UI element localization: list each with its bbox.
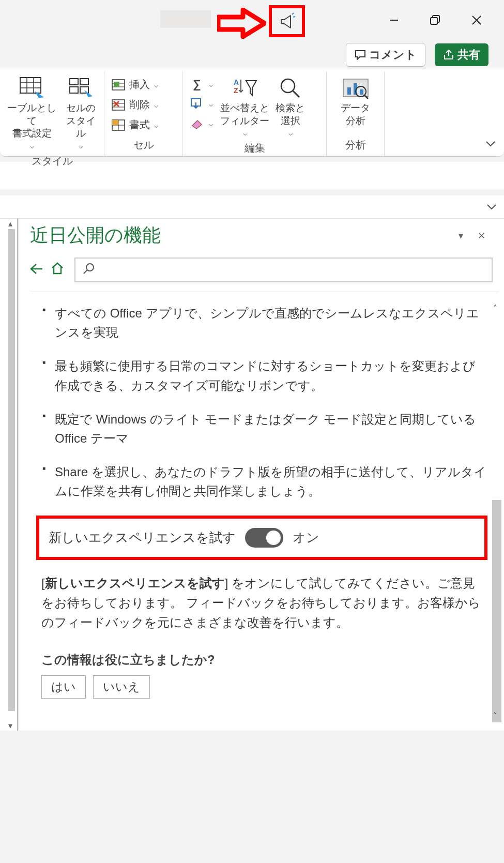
group-label-analysis: 分析: [331, 135, 380, 156]
comments-label: コメント: [369, 47, 417, 63]
insert-cells-icon: [111, 79, 126, 91]
share-icon: [443, 50, 454, 60]
svg-line-33: [293, 91, 299, 97]
chevron-down-icon: [485, 140, 496, 147]
ribbon-group-editing: ∑ ⌵ ⌵: [183, 71, 327, 156]
format-table-label: ーブルとして 書式設定: [6, 102, 57, 140]
pane-toolbar: [19, 252, 504, 292]
instruction-paragraph: [新しいエクスペリエンスを試す] をオンにして試してみてください。ご意見をお待ち…: [41, 573, 487, 633]
window-controls: [386, 12, 484, 28]
format-button[interactable]: 書式 ⌵: [109, 115, 161, 135]
try-new-experience-row: 新しいエクスペリエンスを試す オン: [36, 516, 487, 560]
svg-line-0: [292, 13, 294, 14]
scroll-up-icon[interactable]: ▴: [8, 219, 12, 229]
format-as-table-button[interactable]: ーブルとして 書式設定 ⌵: [4, 74, 59, 151]
svg-rect-19: [114, 82, 119, 87]
delete-button[interactable]: 削除 ⌵: [109, 95, 161, 115]
list-item: Share を選択し、あなたのドラフト版を所望の相手に送付して、リアルタイムに作…: [55, 462, 487, 501]
try-experience-toggle[interactable]: [245, 528, 283, 548]
title-placeholder: [160, 10, 211, 28]
svg-text:A: A: [234, 78, 239, 86]
chevron-down-icon: ⌵: [153, 121, 159, 129]
svg-line-41: [84, 270, 87, 274]
insert-label: 挿入: [129, 78, 150, 92]
maximize-button[interactable]: [427, 12, 443, 28]
svg-point-40: [86, 264, 94, 271]
feedback-buttons: はい いいえ: [41, 675, 487, 699]
pane-scrollbar[interactable]: ˄ ˅: [491, 304, 502, 721]
home-button[interactable]: [51, 262, 64, 279]
feedback-yes-button[interactable]: はい: [41, 675, 86, 699]
toggle-label: 新しいエクスペリエンスを試す: [49, 529, 236, 546]
pane-options-button[interactable]: ▾: [451, 226, 470, 246]
find-select-button[interactable]: 検索と 選択 ⌵: [273, 74, 307, 138]
comment-icon: [355, 50, 366, 60]
find-select-label: 検索と 選択: [276, 102, 305, 127]
svg-line-1: [293, 17, 295, 17]
formula-bar-area: [0, 195, 504, 219]
scroll-thumb[interactable]: [492, 500, 501, 722]
cell-styles-button[interactable]: セルの スタイル ⌵: [62, 74, 100, 151]
megaphone-icon: [278, 12, 296, 30]
svg-text:Z: Z: [234, 86, 238, 95]
data-analysis-button[interactable]: データ 分析: [339, 74, 372, 128]
list-item: 最も頻繁に使用する日常のコマンドに対するショートカットを変更および作成できる、カ…: [55, 356, 487, 395]
close-button[interactable]: [469, 12, 484, 28]
title-bar: [0, 0, 504, 40]
home-icon: [51, 262, 64, 275]
cell-styles-icon: [68, 77, 94, 99]
coming-soon-pane: 近日公開の機能 ▾ ✕ すべての Office アプリで、シンプルで直感的でシー…: [18, 219, 504, 731]
ribbon-group-analysis: データ 分析 分析: [327, 71, 385, 156]
feedback-no-button[interactable]: いいえ: [93, 675, 150, 699]
sort-filter-button[interactable]: A Z 並べ替えと フィルター ⌵: [218, 74, 271, 138]
pane-close-button[interactable]: ✕: [470, 226, 493, 246]
scroll-thumb[interactable]: [8, 229, 15, 711]
coming-soon-button[interactable]: [269, 5, 305, 37]
comments-button[interactable]: コメント: [346, 43, 425, 67]
format-cells-icon: [111, 119, 126, 131]
pane-title: 近日公開の機能: [30, 223, 451, 248]
chevron-down-icon: ⌵: [287, 129, 294, 137]
chevron-down-icon: ⌵: [242, 129, 248, 137]
format-table-icon: [19, 77, 45, 99]
fill-button[interactable]: ⌵: [187, 94, 216, 114]
data-analysis-label: データ 分析: [341, 102, 370, 127]
group-label-editing: 編集: [187, 138, 322, 159]
pane-header: 近日公開の機能 ▾ ✕: [19, 219, 504, 252]
clear-button[interactable]: ⌵: [187, 114, 216, 133]
autosum-button[interactable]: ∑ ⌵: [187, 74, 216, 94]
list-item: 既定で Windows のライト モードまたはダーク モード設定と同期している …: [55, 410, 487, 448]
sheet-scrollbar[interactable]: ▴ ▾: [0, 219, 18, 731]
chevron-down-icon: ⌵: [208, 100, 214, 108]
svg-rect-28: [112, 120, 118, 125]
minimize-button[interactable]: [386, 12, 402, 28]
feedback-question: この情報は役に立ちましたか?: [41, 652, 487, 668]
feature-list: すべての Office アプリで、シンプルで直感的でシームレスなエクスペリエンス…: [41, 304, 487, 501]
chevron-down-icon: ⌵: [153, 81, 159, 89]
svg-rect-37: [360, 89, 363, 95]
expand-formula-button[interactable]: [486, 201, 497, 213]
main-area: ▴ ▾ 近日公開の機能 ▾ ✕ すべての Offi: [0, 219, 504, 731]
back-button[interactable]: [30, 262, 43, 278]
cell-styles-label: セルの スタイル: [64, 102, 98, 140]
search-input[interactable]: [74, 258, 493, 282]
ribbon: ーブルとして 書式設定 ⌵ セルの スタイル ⌵ スタイル: [0, 69, 504, 157]
svg-rect-7: [20, 78, 41, 93]
delete-cells-icon: [111, 99, 126, 111]
sort-filter-icon: A Z: [232, 77, 258, 99]
magnifier-icon: [279, 77, 302, 99]
group-label-cells: セル: [109, 135, 178, 156]
chevron-down-icon: ⌵: [29, 142, 35, 150]
instruction-bold: 新しいエクスペリエンスを試す: [45, 576, 225, 590]
chevron-down-icon: ⌵: [208, 80, 214, 88]
ribbon-collapse-button[interactable]: [485, 138, 496, 150]
chevron-down-icon: ⌵: [208, 119, 214, 128]
scroll-down-icon[interactable]: ˅: [493, 711, 497, 721]
insert-button[interactable]: 挿入 ⌵: [109, 74, 161, 95]
delete-label: 削除: [129, 98, 150, 112]
sort-filter-label: 並べ替えと フィルター: [220, 102, 269, 127]
search-icon: [83, 262, 95, 278]
scroll-up-icon[interactable]: ˄: [493, 304, 497, 313]
share-button[interactable]: 共有: [435, 43, 488, 66]
scroll-down-icon[interactable]: ▾: [8, 721, 12, 731]
